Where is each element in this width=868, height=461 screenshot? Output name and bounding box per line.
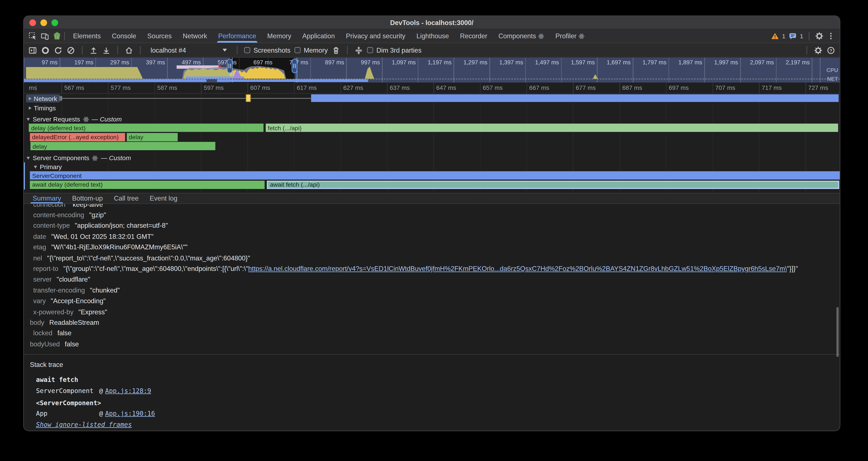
overview-time-label: 1,897 ms [671, 59, 702, 65]
header-key: bodyUsed [30, 340, 60, 348]
window-title: DevTools - localhost:3000/ [390, 19, 473, 26]
overview-time-label: 497 ms [169, 59, 201, 65]
server-components-header[interactable]: Server Components — Custom [24, 153, 840, 162]
tab-recorder[interactable]: Recorder [455, 29, 493, 42]
stack-frame-at: @ [99, 386, 103, 394]
history-selected-value: localhost #4 [151, 46, 186, 54]
ruler-label: 627 ms [343, 84, 363, 91]
tab-label: Console [112, 32, 136, 40]
stack-frame: ServerComponent@App.js:128:9 [24, 385, 840, 396]
issues-count[interactable]: 1 [800, 33, 803, 39]
show-ignore-listed-frames-link[interactable]: Show ignore-listed frames [36, 421, 132, 429]
extension-gem-icon[interactable] [53, 32, 61, 40]
server-requests-header[interactable]: Server Requests — Custom [24, 115, 840, 123]
help-icon[interactable]: ? [827, 46, 835, 55]
minimize-window-button[interactable] [40, 20, 47, 26]
header-link[interactable]: https://a.nel.cloudflare.com/report/v4?s… [248, 265, 787, 272]
tab-elements[interactable]: Elements [67, 29, 106, 42]
response-headers-list: connection"keep-alive"content-encoding"g… [24, 204, 840, 349]
screenshots-checkbox[interactable]: Screenshots [244, 46, 290, 54]
ruler-label: 667 ms [529, 84, 549, 91]
ruler-label: 567 ms [64, 84, 84, 91]
header-value: "{\"group\":\"cf-nel\",\"max_age\":60480… [63, 265, 798, 272]
device-toolbar-icon[interactable] [40, 32, 49, 40]
issues-message-icon[interactable] [788, 32, 797, 40]
request-marker[interactable] [246, 94, 251, 102]
event-bar-delay[interactable]: delay [30, 142, 215, 150]
warning-icon[interactable] [770, 32, 779, 40]
event-bar-delay[interactable]: delay [126, 133, 178, 141]
flame-row: delayedError (...ayed exception)delay [24, 133, 840, 142]
event-bar-delay-deferred-text[interactable]: delay (deferred text) [29, 123, 263, 132]
tab-sources[interactable]: Sources [142, 29, 177, 42]
tab-console[interactable]: Console [106, 29, 142, 42]
history-select[interactable]: localhost #4 [147, 45, 230, 56]
tab-performance[interactable]: Performance [213, 29, 262, 42]
tab-network[interactable]: Network [177, 29, 213, 42]
screenshots-label: Screenshots [253, 46, 290, 54]
header-key: locked [33, 329, 53, 337]
timeline-ruler: ms567 ms577 ms587 ms597 ms607 ms617 ms62… [24, 83, 840, 94]
capture-settings-gear-icon[interactable] [814, 46, 823, 55]
home-icon[interactable] [125, 46, 133, 55]
memory-checkbox[interactable]: Memory [294, 46, 328, 54]
tab-profiler[interactable]: Profiler [550, 29, 590, 42]
overview-time-label: 197 ms [62, 59, 93, 65]
tab-memory[interactable]: Memory [261, 29, 297, 42]
network-track-label[interactable]: Network [26, 94, 60, 103]
scrollbar-thumb[interactable] [836, 307, 839, 357]
selection-handle-right[interactable] [292, 59, 297, 73]
settings-gear-icon[interactable] [815, 32, 824, 40]
ruler-label: 607 ms [250, 84, 270, 91]
ruler-label: 717 ms [762, 84, 782, 91]
event-bar-await-fetch-api[interactable]: await fetch (.../api) [267, 180, 839, 189]
primary-subtrack-header[interactable]: Primary [25, 163, 840, 171]
network-track[interactable]: Network [24, 94, 840, 103]
stack-frame-source-link[interactable]: App.js:128:9 [105, 386, 151, 394]
overview-time-label: 2,197 ms [778, 59, 810, 65]
details-tab-bottom-up[interactable]: Bottom-up [67, 194, 108, 204]
flame-chart-tracks: Network Timings Server Requests — Cust [24, 94, 840, 193]
overview-time-label: 997 ms [348, 59, 380, 65]
tab-application[interactable]: Application [297, 29, 340, 42]
overview-time-label: 2,097 ms [742, 59, 774, 65]
close-window-button[interactable] [29, 20, 36, 26]
event-bar-delayederror-ayed-exception[interactable]: delayedError (...ayed exception) [30, 133, 125, 141]
event-bar-await-delay-deferred-text[interactable]: await delay (deferred text) [30, 180, 264, 189]
overview-network-bar [217, 79, 368, 82]
inspect-element-icon[interactable] [28, 32, 37, 40]
tab-components[interactable]: Components [493, 29, 550, 42]
timings-track-label[interactable]: Timings [26, 104, 59, 112]
warning-count[interactable]: 1 [782, 33, 785, 39]
details-tab-call-tree[interactable]: Call tree [108, 194, 144, 204]
clear-icon[interactable] [66, 46, 75, 55]
event-bar-servercomponent[interactable]: ServerComponent [30, 171, 840, 180]
details-tab-summary[interactable]: Summary [27, 194, 67, 204]
overview-time-label: 897 ms [312, 59, 344, 65]
upload-profile-icon[interactable] [89, 46, 98, 55]
overview-time-label: 1,997 ms [707, 59, 738, 65]
dim-3rd-parties-checkbox[interactable]: Dim 3rd parties [367, 46, 422, 54]
stack-frame-source-link[interactable]: App.js:190:16 [105, 410, 155, 417]
tab-lighthouse[interactable]: Lighthouse [411, 29, 455, 42]
reload-record-icon[interactable] [54, 46, 62, 55]
screen: DevTools - localhost:3000/ ElementsCo [0, 0, 868, 461]
header-key: connection [33, 204, 65, 208]
event-bar-fetch-api[interactable]: fetch (.../api) [266, 123, 838, 132]
tab-label: Recorder [460, 32, 487, 40]
overview-time-label: 97 ms [26, 59, 58, 65]
zoom-window-button[interactable] [52, 20, 58, 26]
details-tab-event-log[interactable]: Event log [144, 194, 183, 204]
kebab-menu-icon[interactable] [827, 32, 835, 40]
shrink-flame-icon[interactable] [354, 46, 363, 55]
download-profile-icon[interactable] [102, 46, 111, 55]
tab-privacy-and-security[interactable]: Privacy and security [340, 29, 411, 42]
timeline-overview[interactable]: 97 ms197 ms297 ms397 ms497 ms597 ms697 m… [24, 58, 840, 83]
network-request-bar[interactable] [311, 94, 839, 102]
record-icon[interactable] [41, 46, 50, 55]
overview-time-label: 1,297 ms [456, 59, 487, 65]
collect-garbage-icon[interactable] [332, 46, 340, 55]
selection-handle-left[interactable] [227, 59, 232, 73]
timings-track[interactable]: Timings [24, 103, 840, 113]
toggle-live-metrics-icon[interactable] [28, 46, 37, 55]
